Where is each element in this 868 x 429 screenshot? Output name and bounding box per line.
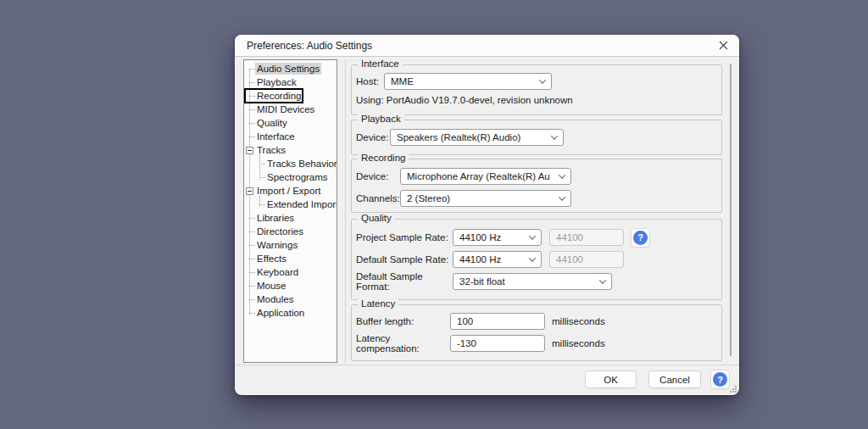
recording-device-label: Device: (356, 171, 400, 181)
playback-device-label: Device: (356, 132, 390, 142)
sidebar-item-quality[interactable]: Quality (244, 116, 337, 130)
sidebar-item-tracks-behaviors[interactable]: Tracks Behaviors (244, 157, 337, 170)
chevron-down-icon (559, 193, 565, 200)
desktop: { "window": { "title": "Preferences: Aud… (0, 0, 868, 429)
group-title: Recording (358, 153, 409, 163)
project-sample-rate-other-input (549, 229, 624, 246)
sidebar-item-effects[interactable]: Effects (244, 252, 337, 265)
sidebar-item-import-export[interactable]: Import / Export (244, 184, 337, 198)
collapse-expander-icon[interactable] (246, 187, 253, 195)
sidebar-item-libraries[interactable]: Libraries (244, 211, 337, 225)
vertical-scrollbar[interactable] (730, 64, 732, 356)
preferences-category-tree: Audio Settings Playback Recording MIDI D… (243, 59, 337, 363)
cancel-button[interactable]: Cancel (648, 370, 701, 388)
sidebar-item-recording[interactable]: Recording (244, 89, 337, 103)
chevron-down-icon (599, 276, 606, 283)
chevron-down-icon (529, 254, 536, 261)
titlebar: Preferences: Audio Settings (235, 35, 739, 57)
window-title: Preferences: Audio Settings (247, 40, 715, 52)
close-icon[interactable] (715, 38, 731, 53)
sidebar-item-midi-devices[interactable]: MIDI Devices (244, 103, 337, 116)
host-dropdown[interactable]: MME (384, 73, 552, 90)
latency-compensation-input[interactable] (450, 335, 545, 352)
group-title: Latency (358, 298, 398, 309)
default-sample-rate-other-input (549, 251, 624, 268)
help-icon: ? (633, 231, 648, 245)
portaudio-version-text: Using: PortAudio V19.7.0-devel, revision… (356, 95, 721, 105)
playback-device-dropdown[interactable]: Speakers (Realtek(R) Audio) (390, 129, 564, 146)
latency-compensation-unit: milliseconds (552, 338, 605, 348)
default-sample-rate-value: 44100 Hz (459, 254, 501, 265)
sidebar-item-mouse[interactable]: Mouse (244, 279, 337, 292)
host-dropdown-value: MME (391, 76, 414, 86)
recording-device-dropdown[interactable]: Microphone Array (Realtek(R) Au (400, 168, 571, 185)
sidebar-item-application[interactable]: Application (244, 306, 337, 320)
project-sample-rate-value: 44100 Hz (459, 232, 501, 242)
ok-button[interactable]: OK (585, 370, 637, 388)
sidebar-item-modules[interactable]: Modules (244, 292, 337, 306)
group-title: Interface (358, 58, 403, 69)
buffer-length-label: Buffer length: (356, 316, 450, 326)
content-separator (345, 59, 346, 363)
sidebar-item-audio-settings[interactable]: Audio Settings (244, 62, 337, 75)
quality-group: Quality Project Sample Rate: 44100 Hz ? … (351, 219, 722, 300)
recording-group: Recording Device: Microphone Array (Real… (351, 159, 722, 213)
chevron-down-icon (529, 232, 536, 239)
group-title: Playback (358, 114, 404, 124)
sidebar-item-directories[interactable]: Directories (244, 225, 337, 238)
help-icon: ? (713, 372, 727, 387)
default-sample-rate-label: Default Sample Rate: (356, 254, 453, 265)
default-sample-rate-dropdown[interactable]: 44100 Hz (453, 251, 542, 268)
sidebar-item-warnings[interactable]: Warnings (244, 238, 337, 252)
sidebar-item-spectrograms[interactable]: Spectrograms (244, 170, 337, 184)
playback-group: Playback Device: Speakers (Realtek(R) Au… (351, 120, 722, 155)
interface-group: Interface Host: MME Using: PortAudio V19… (351, 64, 722, 115)
sidebar-item-interface[interactable]: Interface (244, 130, 337, 143)
recording-device-value: Microphone Array (Realtek(R) Au (407, 171, 550, 181)
project-sample-rate-label: Project Sample Rate: (356, 232, 453, 242)
channels-dropdown[interactable]: 2 (Stereo) (400, 190, 571, 207)
default-sample-format-dropdown[interactable]: 32-bit float (453, 273, 612, 290)
sidebar-item-extended-import[interactable]: Extended Import (244, 198, 337, 211)
chevron-down-icon (551, 132, 558, 139)
default-sample-format-label: Default Sample Format: (356, 271, 453, 292)
playback-device-value: Speakers (Realtek(R) Audio) (397, 132, 520, 142)
footer-separator (235, 365, 739, 365)
project-sample-rate-dropdown[interactable]: 44100 Hz (453, 229, 542, 246)
collapse-expander-icon[interactable] (246, 147, 253, 154)
sidebar-item-tracks[interactable]: Tracks (244, 143, 337, 157)
buffer-length-input[interactable] (450, 313, 545, 330)
latency-group: Latency Buffer length: milliseconds Late… (351, 304, 722, 361)
channels-value: 2 (Stereo) (407, 193, 450, 203)
sample-rate-help-button[interactable]: ? (631, 228, 650, 248)
default-sample-format-value: 32-bit float (459, 276, 505, 287)
group-title: Quality (358, 213, 395, 223)
sidebar-item-playback[interactable]: Playback (244, 75, 337, 89)
dialog-help-button[interactable]: ? (710, 370, 730, 389)
host-label: Host: (356, 76, 384, 86)
resize-grip[interactable] (730, 386, 737, 393)
channels-label: Channels: (356, 193, 400, 203)
latency-compensation-label: Latency compensation: (356, 333, 450, 354)
sidebar-item-keyboard[interactable]: Keyboard (244, 265, 337, 279)
chevron-down-icon (539, 76, 546, 83)
chevron-down-icon (559, 171, 565, 178)
buffer-length-unit: milliseconds (552, 316, 605, 326)
preferences-dialog: Preferences: Audio Settings Audio Settin… (235, 35, 739, 395)
